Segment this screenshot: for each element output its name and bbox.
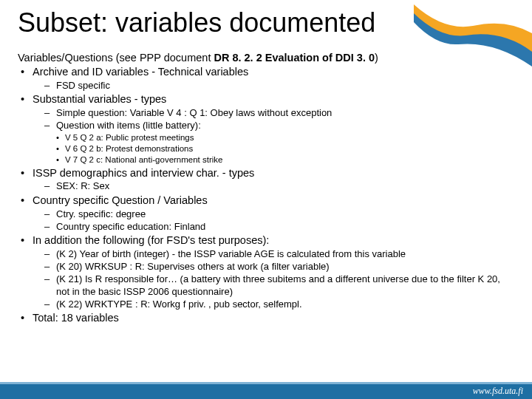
bullet-text: Archive and ID variables - Technical var… <box>33 66 248 78</box>
sub-bullet: (K 22) WRKTYPE : R: Workg f priv. , pub … <box>33 299 514 311</box>
footer-url: www.fsd.uta.fi <box>473 386 523 397</box>
sub-bullet: (K 21) Is R responsible for… (a battery … <box>33 273 514 299</box>
sub-bullet: Ctry. specific: degree <box>33 208 514 221</box>
bullet-item: Archive and ID variables - Technical var… <box>18 65 514 92</box>
bullet-text: Country specific Question / Variables <box>33 194 208 206</box>
subsub-bullet: V 5 Q 2 a: Public protest meetings <box>33 132 514 143</box>
subsub-bullet: V 7 Q 2 c: National anti-government stri… <box>33 154 514 166</box>
content-area: Subset: variables documented Variables/Q… <box>18 7 514 374</box>
bullet-item: In addition the following (for FSD's tes… <box>18 233 514 310</box>
footer: www.fsd.uta.fi <box>0 378 532 399</box>
sub-bullet: Simple question: Variable V 4 : Q 1: Obe… <box>33 107 514 120</box>
intro-bold: DR 8. 2. 2 Evaluation of DDI 3. 0 <box>214 52 375 64</box>
subsub-bullet: V 6 Q 2 b: Protest demonstrations <box>33 143 514 154</box>
bullet-text: Substantial variables - types <box>33 93 166 105</box>
sub-bullet: (K 2) Year of birth (integer) - the ISSP… <box>33 248 514 261</box>
intro-line: Variables/Questions (see PPP document DR… <box>18 52 514 64</box>
bullet-item: ISSP demographics and interview char. - … <box>18 166 514 193</box>
bullet-text: Total: 18 variables <box>33 312 119 324</box>
footer-accent-dark <box>0 384 532 399</box>
bullet-item: Substantial variables - types Simple que… <box>18 92 514 165</box>
bullet-list: Archive and ID variables - Technical var… <box>18 65 514 326</box>
bullet-text: In addition the following (for FSD's tes… <box>33 234 269 246</box>
sub-bullet: Country specific education: Finland <box>33 221 514 233</box>
slide: Subset: variables documented Variables/Q… <box>0 0 532 399</box>
intro-suffix: ) <box>375 52 378 64</box>
bullet-item: Total: 18 variables <box>18 311 514 326</box>
slide-title: Subset: variables documented <box>18 7 514 38</box>
sub-bullet: SEX: R: Sex <box>33 180 514 193</box>
sub-bullet: FSD specific <box>33 80 514 92</box>
bullet-text: ISSP demographics and interview char. - … <box>33 167 254 179</box>
intro-prefix: Variables/Questions (see PPP document <box>18 52 214 64</box>
bullet-item: Country specific Question / Variables Ct… <box>18 194 514 233</box>
sub-bullet: Question with items (little battery): <box>33 120 514 132</box>
sub-bullet: (K 20) WRKSUP : R: Supervises others at … <box>33 261 514 273</box>
